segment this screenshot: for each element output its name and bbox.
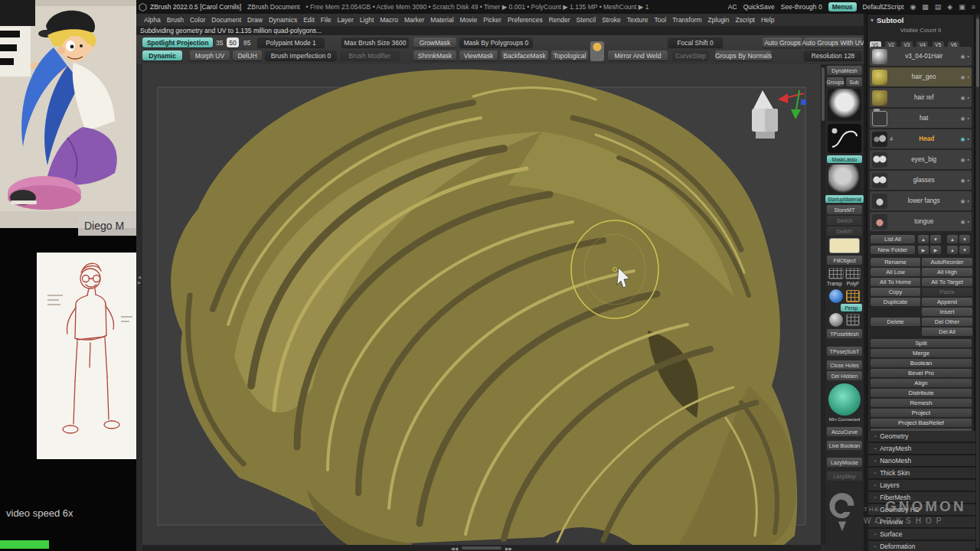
morph-uv-button[interactable]: Morph UV: [190, 51, 230, 60]
section-remesh[interactable]: Remesh: [871, 399, 972, 407]
section-project-basrelief[interactable]: Project BasRelief: [871, 419, 972, 427]
brush-icon[interactable]: ▪: [968, 198, 969, 204]
section-distribute[interactable]: Distribute: [871, 389, 972, 397]
eye-icon[interactable]: ◉: [960, 74, 965, 80]
new-folder-button[interactable]: New Folder: [871, 246, 915, 254]
all-to-home-button[interactable]: All To Home: [871, 278, 920, 286]
rename-button[interactable]: Rename: [871, 258, 920, 266]
eye-icon[interactable]: ◉: [960, 136, 965, 142]
lazystep-button[interactable]: LazyStep: [827, 471, 862, 481]
brush-icon[interactable]: ▪: [968, 136, 969, 142]
spotlight-value-c[interactable]: 85: [243, 39, 250, 47]
subtool-item-hair-ref[interactable]: hair ref ◉ ▪: [870, 88, 972, 107]
menu-stencil[interactable]: Stencil: [573, 16, 599, 24]
menu-stroke[interactable]: Stroke: [599, 16, 624, 24]
copy-button[interactable]: Copy: [871, 288, 920, 296]
eye-icon[interactable]: ◉: [960, 95, 965, 100]
menu-file[interactable]: File: [318, 16, 335, 24]
subtool-prev-icon[interactable]: ▲: [947, 235, 958, 243]
polypaint-mode-slider[interactable]: Polypaint Mode 1: [257, 37, 325, 47]
section-bevel-pro[interactable]: Bevel Pro: [871, 369, 972, 377]
brush-icon[interactable]: ▪: [968, 157, 969, 162]
titlebar-icon-3[interactable]: ▤: [935, 3, 942, 11]
backfacemask-button[interactable]: BackfaceMask: [501, 51, 548, 60]
folder-up-icon[interactable]: ▲: [947, 246, 958, 254]
subtool-item-head[interactable]: 4 Head ◉ ▪: [870, 129, 972, 148]
menu-preferences[interactable]: Preferences: [505, 16, 546, 24]
accucurve-button[interactable]: AccuCurve: [827, 427, 862, 436]
masklasso-thumbnail[interactable]: [828, 124, 861, 153]
dynamesh-button[interactable]: DynaMesh: [827, 66, 862, 75]
auto-groups-with-uv-button[interactable]: Auto Groups With UV: [804, 37, 862, 47]
brush-modifier-slider[interactable]: Brush Modifier: [340, 51, 400, 60]
folder-down-icon[interactable]: ▼: [959, 246, 970, 254]
spotlight-projection-button[interactable]: Spotlight Projection: [142, 37, 213, 47]
all-low-button[interactable]: All Low: [871, 268, 920, 276]
fillobject-button[interactable]: FillObject: [827, 256, 862, 265]
menu-zscript[interactable]: Zscript: [732, 16, 758, 24]
scrollbar-handle[interactable]: [462, 546, 501, 549]
menu-help[interactable]: Help: [758, 16, 777, 24]
horizontal-scrollbar[interactable]: ◀◀ ▶▶: [142, 545, 821, 551]
color-swatch[interactable]: [829, 238, 860, 253]
tray-scrollbar[interactable]: [976, 15, 979, 548]
topological-button[interactable]: Topological: [551, 51, 588, 60]
subtool-next-icon[interactable]: ▼: [959, 235, 970, 243]
brush-icon[interactable]: ▪: [968, 178, 969, 183]
section-project[interactable]: Project: [871, 409, 972, 417]
startup-material-label[interactable]: StartupMaterial: [825, 195, 864, 203]
tpose-subt-button[interactable]: TPose|SubT: [827, 347, 862, 356]
mirror-and-weld-button[interactable]: Mirror And Weld: [608, 51, 668, 60]
palette-layers[interactable]: ▪Layers: [868, 480, 975, 491]
section-align[interactable]: Align: [871, 379, 972, 387]
brush-icon[interactable]: ▪: [968, 95, 969, 100]
ghost-icon[interactable]: [829, 313, 843, 327]
sub-button[interactable]: Sub: [846, 77, 862, 86]
eye-icon[interactable]: ◉: [960, 116, 965, 121]
palette-preview[interactable]: ▪Preview: [868, 517, 975, 528]
storemt-button[interactable]: StoreMT: [827, 205, 862, 214]
max-brush-size-slider[interactable]: Max Brush Size 3600: [341, 37, 409, 47]
subtool-item-glasses[interactable]: glasses ◉ ▪: [870, 171, 972, 190]
palette-fibermesh[interactable]: ▪FiberMesh: [868, 492, 975, 504]
zscript-button[interactable]: DefaultZScript: [863, 3, 904, 11]
subtool-item-hat[interactable]: hat ◉ ▪: [870, 109, 972, 128]
brush-imperfection-slider[interactable]: Brush Imperfection 0: [265, 51, 337, 60]
masklasso-label[interactable]: MaskLasso: [827, 155, 862, 163]
menu-picker[interactable]: Picker: [480, 16, 505, 24]
scroll-right-icon[interactable]: ▶▶: [505, 546, 512, 551]
section-split[interactable]: Split: [871, 339, 972, 347]
menu-color[interactable]: Color: [187, 16, 208, 24]
folder-move2-icon[interactable]: ▶: [930, 246, 941, 254]
auto-groups-button[interactable]: Auto Groups: [763, 37, 802, 47]
delmt-button[interactable]: DelMT: [827, 227, 862, 236]
menu-draw[interactable]: Draw: [244, 16, 266, 24]
live-boolean-button[interactable]: Live Boolean: [827, 441, 862, 450]
titlebar-icon-6[interactable]: ≡: [972, 3, 975, 11]
subtool-item-lower-fangs[interactable]: lower fangs ◉ ▪: [870, 191, 972, 210]
titlebar-icon-2[interactable]: ▦: [922, 3, 929, 11]
sculpt-viewport[interactable]: [142, 64, 821, 545]
section-boolean[interactable]: Boolean: [871, 359, 972, 367]
polyf-icon[interactable]: [845, 268, 861, 279]
titlebar-icon-5[interactable]: ▣: [959, 3, 965, 11]
floor-icon[interactable]: [846, 314, 860, 326]
focal-shift-slider[interactable]: Focal Shift 0: [668, 37, 723, 47]
palette-arraymesh[interactable]: ▪ArrayMesh: [868, 443, 975, 455]
palette-thick-skin[interactable]: ▪Thick Skin: [868, 468, 975, 479]
delete-button[interactable]: Delete: [871, 318, 920, 326]
menu-brush[interactable]: Brush: [164, 16, 187, 24]
subtool-item-eyes-big[interactable]: eyes_big ◉ ▪: [870, 150, 972, 169]
subtool-down-icon[interactable]: ▼: [930, 235, 941, 243]
tposemesh-button[interactable]: TPoseMesh: [827, 329, 862, 338]
duplicate-button[interactable]: Duplicate: [871, 298, 920, 306]
all-high-button[interactable]: All High: [922, 268, 972, 276]
polypaint-uv-thumbnail[interactable]: [828, 383, 861, 416]
brush-icon[interactable]: ▪: [968, 74, 969, 80]
resolution-slider[interactable]: Resolution 128: [804, 51, 862, 60]
menu-zplugin[interactable]: Zplugin: [705, 16, 733, 24]
del-other-button[interactable]: Del Other: [922, 318, 972, 326]
menu-tool[interactable]: Tool: [652, 16, 670, 24]
eye-icon[interactable]: ◉: [960, 219, 965, 224]
deluh-button[interactable]: DelUH: [233, 51, 262, 60]
